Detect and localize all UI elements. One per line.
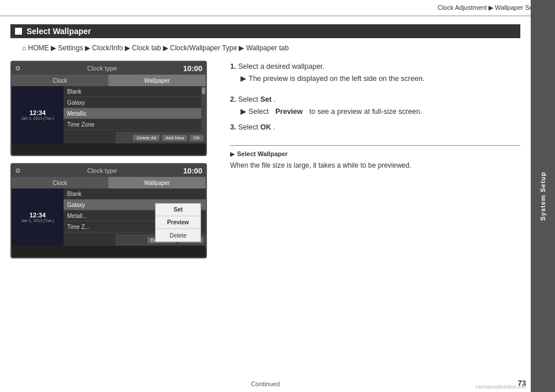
sidebar-label: System Setup <box>539 172 546 221</box>
step2-sub-bold: Preview <box>275 106 302 118</box>
step2-sub-pre: Select <box>249 106 269 118</box>
ok-btn[interactable]: OK <box>190 135 204 141</box>
watermark: carmanualsonline.info <box>475 384 526 390</box>
left-column: ⚙ Clock type 10:00 Clock Wallpaper 12:34 <box>10 61 219 265</box>
screen1-clock-time: 12:34 <box>29 109 46 116</box>
step3-bold: OK <box>260 123 271 131</box>
screen-mockup-2: ⚙ Clock type 10:00 Clock Wallpaper 12:34 <box>10 163 207 258</box>
nav-arrow: ▶ <box>51 44 58 52</box>
screen1-preview: 12:34 Jan 1, 2013 (Tue.) <box>12 86 64 143</box>
note-text: When the file size is large, it takes a … <box>230 160 520 171</box>
screen2-time: 10:00 <box>183 167 202 175</box>
screen2-preview: 12:34 Jan 1, 2013 (Tue.) <box>12 188 64 246</box>
screen1-tabs: Clock Wallpaper <box>12 75 206 86</box>
section-title: Select Wallpaper <box>27 27 91 36</box>
popup-set[interactable]: Set <box>156 204 201 216</box>
screen1-tab-wallpaper[interactable]: Wallpaper <box>109 75 206 86</box>
add-new-btn[interactable]: Add New <box>162 135 187 141</box>
screen2-list: Blank Galaxy Metall... Time Z... Set Pre… <box>64 188 206 246</box>
list-item-timezone[interactable]: Time Zone <box>64 119 206 130</box>
gear-icon-2: ⚙ <box>15 167 21 175</box>
screen2-tab-wallpaper[interactable]: Wallpaper <box>109 177 206 188</box>
right-sidebar: System Setup <box>531 0 555 392</box>
note-wrapper: ▶ Select Wallpaper When the file size is… <box>230 145 520 171</box>
screen2-topbar: ⚙ Clock type 10:00 <box>12 164 206 177</box>
note-icon: ▶ <box>230 151 235 157</box>
step1-text: Select a desired wallpaper. <box>238 62 324 71</box>
popup-menu: Set Preview Delete <box>155 203 201 242</box>
step-3: 3. Select OK . <box>230 121 520 134</box>
scrollbar-thumb-1 <box>202 87 205 94</box>
right-column: 1. Select a desired wallpaper. ▶ The pre… <box>230 61 520 265</box>
section-square-icon <box>15 28 22 35</box>
main-content: Select Wallpaper ⌂ HOME ▶ Settings ▶ Clo… <box>0 16 531 392</box>
popup-delete[interactable]: Delete <box>156 229 201 242</box>
breadcrumb-bar: Clock Adjustment ▶ Wallpaper Settings <box>0 0 555 16</box>
gear-icon: ⚙ <box>15 65 21 72</box>
footer-continued: Continued <box>251 380 280 387</box>
nav-path: ⌂ HOME ▶ Settings ▶ Clock/Info ▶ Clock t… <box>10 43 520 54</box>
screen1-buttons: Delete All Add New OK <box>116 132 206 143</box>
screen2-tabs: Clock Wallpaper <box>12 177 206 188</box>
footer: Continued <box>0 380 531 387</box>
instructions: 1. Select a desired wallpaper. ▶ The pre… <box>230 61 520 134</box>
list-item-blank[interactable]: Blank <box>64 86 206 97</box>
screen2-body: 12:34 Jan 1, 2013 (Tue.) Blank Galaxy Me… <box>12 188 206 246</box>
screen2-tab-clock[interactable]: Clock <box>12 177 109 188</box>
screen1-tab-clock[interactable]: Clock <box>12 75 109 86</box>
step2-text2: . <box>273 95 275 103</box>
screen1-topbar: ⚙ Clock type 10:00 <box>12 62 206 75</box>
screen1-list: Blank Galaxy Metallic Time Zone Delete A… <box>64 86 206 143</box>
screen1-body: 12:34 Jan 1, 2013 (Tue.) Blank Galaxy Me… <box>12 86 206 143</box>
step1-num: 1. <box>230 62 236 71</box>
popup-preview[interactable]: Preview <box>156 216 201 229</box>
scrollbar-1 <box>201 86 206 132</box>
step1-sub: ▶ The preview is displayed on the left s… <box>230 73 520 85</box>
nav-home-label: HOME <box>28 44 49 52</box>
arrow-right-icon-1: ▶ <box>240 73 246 85</box>
section-header: Select Wallpaper <box>10 24 520 38</box>
step3-pre: Select <box>238 123 258 131</box>
screen2-clock-date: Jan 1, 2013 (Tue.) <box>21 219 54 223</box>
screen1-time: 10:00 <box>183 64 202 73</box>
step2-sub: ▶ Select Preview to see a preview at ful… <box>230 106 520 118</box>
step3-num: 3. <box>230 123 236 131</box>
list-item-galaxy[interactable]: Galaxy <box>64 97 206 108</box>
step-2: 2. Select Set . ▶ Select Preview to see … <box>230 94 520 119</box>
delete-all-btn[interactable]: Delete All <box>133 135 160 141</box>
nav-path-text: Settings ▶ Clock/Info ▶ Clock tab ▶ Cloc… <box>58 44 288 52</box>
screen2-clock-time: 12:34 <box>29 212 46 219</box>
screen2-title: Clock type <box>87 167 117 174</box>
list-item-blank-2[interactable]: Blank <box>64 188 206 199</box>
screen-mockup-1: ⚙ Clock type 10:00 Clock Wallpaper 12:34 <box>10 61 207 156</box>
step1-sub-text: The preview is displayed on the left sid… <box>249 73 424 85</box>
content-columns: ⚙ Clock type 10:00 Clock Wallpaper 12:34 <box>10 61 520 265</box>
arrow-right-icon-2: ▶ <box>240 106 246 118</box>
note-title-text: Select Wallpaper <box>237 150 288 157</box>
step3-text: . <box>273 123 275 131</box>
list-item-metallic[interactable]: Metallic <box>64 108 206 119</box>
note-section: ▶ Select Wallpaper When the file size is… <box>230 145 520 171</box>
screen1-title: Clock type <box>87 65 117 72</box>
note-title: ▶ Select Wallpaper <box>230 150 520 157</box>
step2-text: Select <box>238 95 258 103</box>
step2-sub-text: to see a preview at full-size screen. <box>309 106 422 118</box>
step2-bold: Set <box>260 95 271 103</box>
home-icon: ⌂ <box>22 44 26 52</box>
screen1-clock-date: Jan 1, 2013 (Tue.) <box>21 116 54 120</box>
step-1: 1. Select a desired wallpaper. ▶ The pre… <box>230 61 520 86</box>
step2-num: 2. <box>230 95 236 103</box>
